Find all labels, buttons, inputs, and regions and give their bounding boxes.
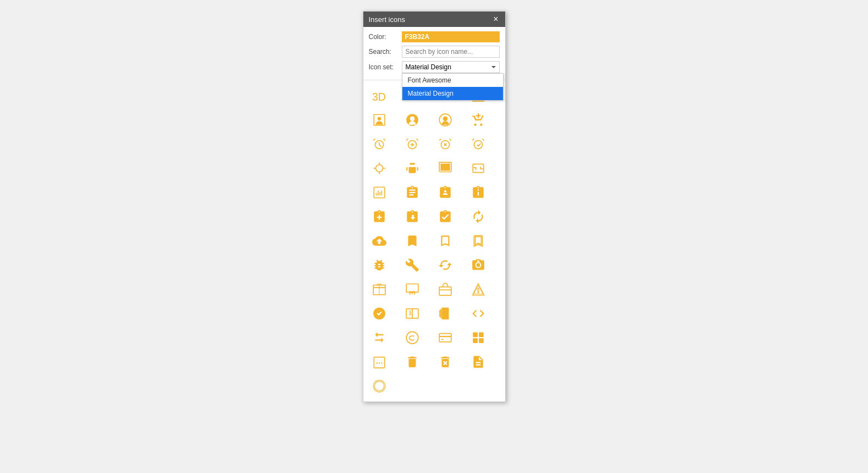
close-button[interactable]: × — [492, 15, 499, 24]
svg-rect-26 — [439, 310, 440, 317]
iconset-row: Icon set: Font Awesome Material Design F… — [369, 61, 500, 73]
svg-rect-24 — [441, 307, 449, 320]
svg-point-27 — [406, 332, 418, 344]
dropdown-item-md[interactable]: Material Design — [402, 87, 503, 100]
iconset-select[interactable]: Font Awesome Material Design — [402, 61, 500, 73]
icon-assignment-turned-in[interactable] — [433, 206, 458, 228]
svg-rect-31 — [473, 338, 478, 343]
dropdown-item-fa[interactable]: Font Awesome — [402, 74, 503, 87]
color-input[interactable] — [402, 31, 500, 42]
icon-description[interactable] — [466, 351, 491, 373]
svg-point-7 — [443, 117, 447, 122]
icon-autorenew[interactable] — [466, 206, 491, 228]
icon-alarm-off[interactable] — [433, 133, 458, 155]
svg-point-11 — [474, 141, 482, 149]
svg-rect-29 — [473, 332, 478, 337]
search-row: Search: — [369, 46, 500, 58]
icon-all-out[interactable] — [367, 157, 392, 179]
icon-copyright[interactable] — [400, 327, 425, 349]
dialog-title: Insert icons — [369, 15, 405, 24]
icon-cached[interactable] — [433, 254, 458, 276]
icon-add-shopping-cart[interactable] — [466, 109, 491, 131]
icon-assignment-info[interactable] — [466, 182, 491, 204]
icon-assignment-add[interactable] — [367, 206, 392, 228]
color-label: Color: — [369, 33, 402, 41]
icon-assignment-person[interactable] — [433, 182, 458, 204]
search-input[interactable] — [402, 46, 500, 58]
svg-rect-13 — [444, 166, 445, 168]
icon-account-circle-2[interactable] — [433, 109, 458, 131]
icon-delete[interactable] — [400, 351, 425, 373]
icon-assignment-list[interactable] — [400, 182, 425, 204]
icon-credit-card[interactable] — [433, 327, 458, 349]
icon-grid: 3D — [367, 85, 502, 397]
icon-dashboard[interactable] — [466, 327, 491, 349]
dialog-controls: Color: Search: Icon set: Font Awesome Ma… — [363, 27, 505, 80]
icon-grid-wrapper: 3D — [363, 80, 505, 402]
icon-backup[interactable] — [367, 230, 392, 252]
svg-point-5 — [410, 117, 414, 122]
svg-text:3D: 3D — [372, 91, 386, 103]
insert-icons-dialog: Insert icons × Color: Search: Icon set: … — [363, 11, 506, 402]
svg-rect-25 — [440, 309, 441, 318]
icon-assignment-download[interactable] — [400, 206, 425, 228]
icon-card-giftcard[interactable] — [367, 278, 392, 300]
icon-delete-forever[interactable] — [433, 351, 458, 373]
svg-point-3 — [377, 117, 381, 121]
icon-alarm-on[interactable] — [466, 133, 491, 155]
icon-camera-enhance[interactable] — [466, 254, 491, 276]
svg-rect-21 — [439, 287, 451, 295]
icon-bookmark-outline[interactable] — [466, 230, 491, 252]
svg-rect-15 — [473, 164, 484, 172]
color-row: Color: — [369, 31, 500, 42]
icon-announcement[interactable] — [433, 157, 458, 179]
svg-point-17 — [476, 263, 480, 267]
iconset-dropdown: Font Awesome Material Design — [402, 73, 504, 101]
icon-alarm-add[interactable] — [400, 133, 425, 155]
icon-card-membership[interactable] — [400, 278, 425, 300]
svg-rect-33 — [374, 357, 385, 368]
icon-bookmark-border[interactable] — [433, 230, 458, 252]
icon-bug-report[interactable] — [367, 254, 392, 276]
iconset-wrapper: Font Awesome Material Design Font Awesom… — [402, 61, 500, 73]
icon-account-circle[interactable] — [400, 109, 425, 131]
dialog-titlebar: Insert icons × — [363, 12, 505, 27]
search-label: Search: — [369, 48, 402, 56]
icon-compare-arrows[interactable] — [367, 327, 392, 349]
svg-rect-32 — [479, 338, 484, 343]
svg-rect-14 — [444, 169, 445, 170]
svg-point-12 — [375, 165, 383, 172]
svg-rect-30 — [479, 332, 484, 337]
icon-more-1[interactable] — [367, 375, 392, 397]
icon-bookmark-filled[interactable] — [400, 230, 425, 252]
icon-check-circle[interactable] — [367, 302, 392, 324]
svg-rect-28 — [439, 333, 451, 342]
icon-change-history[interactable] — [466, 278, 491, 300]
icon-account-box[interactable] — [367, 109, 392, 131]
icon-alarm[interactable] — [367, 133, 392, 155]
icon-android[interactable] — [400, 157, 425, 179]
svg-rect-16 — [374, 187, 385, 198]
iconset-label: Icon set: — [369, 63, 402, 71]
icon-aspect-ratio[interactable] — [466, 157, 491, 179]
icon-assignment-chart[interactable] — [367, 182, 392, 204]
icon-code[interactable] — [466, 302, 491, 324]
icon-calendar[interactable] — [367, 351, 392, 373]
icon-class[interactable] — [433, 302, 458, 324]
icon-card-travel[interactable] — [433, 278, 458, 300]
icon-chrome-reader-mode[interactable] — [400, 302, 425, 324]
svg-rect-20 — [406, 284, 418, 292]
icon-build[interactable] — [400, 254, 425, 276]
icon-3d-rotation[interactable]: 3D — [367, 85, 392, 107]
